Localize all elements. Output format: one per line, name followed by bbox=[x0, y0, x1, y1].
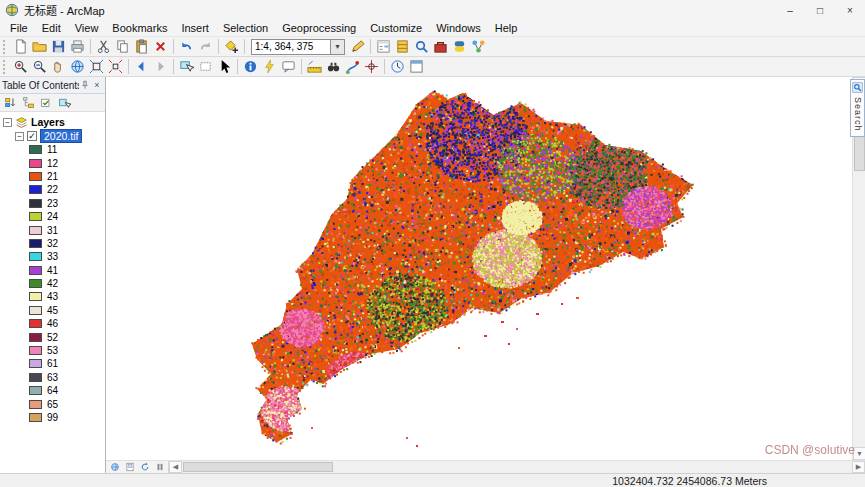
html-popup-button[interactable] bbox=[279, 58, 298, 76]
legend-swatch[interactable] bbox=[29, 172, 42, 181]
collapse-icon[interactable]: − bbox=[15, 132, 24, 141]
menu-insert[interactable]: Insert bbox=[174, 21, 216, 35]
zoom-in-button[interactable] bbox=[11, 58, 30, 76]
toolbar-grip[interactable] bbox=[3, 40, 8, 54]
list-by-source-button[interactable] bbox=[20, 95, 37, 111]
scroll-right-icon[interactable]: ▶ bbox=[852, 461, 865, 473]
arctoolbox-button[interactable] bbox=[431, 38, 450, 56]
legend-swatch[interactable] bbox=[29, 319, 42, 328]
delete-button[interactable] bbox=[151, 38, 170, 56]
new-button[interactable] bbox=[11, 38, 30, 56]
legend-swatch[interactable] bbox=[29, 346, 42, 355]
scale-combobox[interactable]: 1:4, 364, 375 ▾ bbox=[251, 39, 345, 55]
list-by-drawing-order-button[interactable] bbox=[2, 95, 19, 111]
menu-selection[interactable]: Selection bbox=[216, 21, 275, 35]
legend-swatch[interactable] bbox=[29, 212, 42, 221]
forward-extent-button[interactable] bbox=[151, 58, 170, 76]
find-button[interactable] bbox=[324, 58, 343, 76]
hyperlink-button[interactable] bbox=[260, 58, 279, 76]
menu-view[interactable]: View bbox=[68, 21, 106, 35]
chevron-down-icon[interactable]: ▾ bbox=[331, 39, 345, 55]
menu-bookmarks[interactable]: Bookmarks bbox=[105, 21, 174, 35]
layer-name[interactable]: 2020.tif bbox=[40, 129, 82, 143]
close-icon[interactable]: × bbox=[91, 79, 103, 92]
toolbar-grip[interactable] bbox=[3, 60, 8, 74]
legend-swatch[interactable] bbox=[29, 373, 42, 382]
legend-swatch[interactable] bbox=[29, 306, 42, 315]
horizontal-scrollbar[interactable]: ◀ ▶ bbox=[169, 461, 865, 473]
layout-view-button[interactable] bbox=[122, 461, 137, 473]
python-window-button[interactable] bbox=[450, 38, 469, 56]
layer-row[interactable]: − ✓ 2020.tif bbox=[3, 129, 105, 143]
minimize-button[interactable]: – bbox=[775, 0, 805, 20]
list-by-selection-button[interactable] bbox=[56, 95, 73, 111]
menu-file[interactable]: File bbox=[3, 21, 35, 35]
zoom-out-button[interactable] bbox=[30, 58, 49, 76]
legend-swatch[interactable] bbox=[29, 386, 42, 395]
print-button[interactable] bbox=[68, 38, 87, 56]
redo-button[interactable] bbox=[196, 38, 215, 56]
clear-selection-button[interactable] bbox=[196, 58, 215, 76]
legend-swatch[interactable] bbox=[29, 199, 42, 208]
legend-swatch[interactable] bbox=[29, 185, 42, 194]
collapse-icon[interactable]: − bbox=[3, 118, 12, 127]
menu-windows[interactable]: Windows bbox=[429, 21, 488, 35]
select-elements-button[interactable] bbox=[215, 58, 234, 76]
search-window-button[interactable] bbox=[412, 38, 431, 56]
search-dock-tab[interactable]: Search bbox=[850, 79, 865, 137]
add-data-button[interactable] bbox=[222, 38, 241, 56]
data-view-button[interactable] bbox=[107, 461, 122, 473]
save-button[interactable] bbox=[49, 38, 68, 56]
legend-swatch[interactable] bbox=[29, 266, 42, 275]
viewer-window-button[interactable] bbox=[407, 58, 426, 76]
fixed-zoom-out-button[interactable] bbox=[106, 58, 125, 76]
layers-group-row[interactable]: − Layers bbox=[3, 115, 105, 129]
legend-swatch[interactable] bbox=[29, 400, 42, 409]
pin-icon[interactable] bbox=[79, 79, 91, 92]
maximize-button[interactable]: □ bbox=[805, 0, 835, 20]
go-to-xy-button[interactable] bbox=[362, 58, 381, 76]
menu-help[interactable]: Help bbox=[488, 21, 525, 35]
copy-button[interactable] bbox=[113, 38, 132, 56]
editor-toolbar-button[interactable] bbox=[348, 38, 367, 56]
legend-swatch[interactable] bbox=[29, 292, 42, 301]
legend-swatch[interactable] bbox=[29, 226, 42, 235]
legend-swatch[interactable] bbox=[29, 145, 42, 154]
identify-button[interactable] bbox=[241, 58, 260, 76]
menu-customize[interactable]: Customize bbox=[363, 21, 429, 35]
legend-swatch[interactable] bbox=[29, 252, 42, 261]
refresh-view-button[interactable] bbox=[137, 461, 152, 473]
scroll-left-icon[interactable]: ◀ bbox=[169, 461, 182, 473]
legend-item: 21 bbox=[3, 170, 105, 183]
time-slider-button[interactable] bbox=[388, 58, 407, 76]
back-extent-button[interactable] bbox=[132, 58, 151, 76]
horizontal-scroll-thumb[interactable] bbox=[183, 462, 333, 472]
find-route-button[interactable] bbox=[343, 58, 362, 76]
list-by-visibility-button[interactable] bbox=[38, 95, 55, 111]
legend-swatch[interactable] bbox=[29, 359, 42, 368]
catalog-window-button[interactable] bbox=[393, 38, 412, 56]
layer-visibility-checkbox[interactable]: ✓ bbox=[27, 131, 37, 141]
full-extent-button[interactable] bbox=[68, 58, 87, 76]
pause-drawing-button[interactable] bbox=[152, 461, 167, 473]
fixed-zoom-in-button[interactable] bbox=[87, 58, 106, 76]
legend-swatch[interactable] bbox=[29, 279, 42, 288]
paste-button[interactable] bbox=[132, 38, 151, 56]
legend-swatch[interactable] bbox=[29, 239, 42, 248]
measure-button[interactable] bbox=[305, 58, 324, 76]
cut-button[interactable] bbox=[94, 38, 113, 56]
undo-button[interactable] bbox=[177, 38, 196, 56]
select-features-button[interactable] bbox=[177, 58, 196, 76]
menu-geoprocessing[interactable]: Geoprocessing bbox=[275, 21, 363, 35]
scale-value[interactable]: 1:4, 364, 375 bbox=[251, 39, 331, 55]
legend-swatch[interactable] bbox=[29, 333, 42, 342]
open-button[interactable] bbox=[30, 38, 49, 56]
menu-edit[interactable]: Edit bbox=[35, 21, 68, 35]
map-canvas[interactable] bbox=[106, 77, 852, 460]
table-of-contents-window-button[interactable] bbox=[374, 38, 393, 56]
modelbuilder-button[interactable] bbox=[469, 38, 488, 56]
pan-button[interactable] bbox=[49, 58, 68, 76]
legend-swatch[interactable] bbox=[29, 159, 42, 168]
legend-swatch[interactable] bbox=[29, 413, 42, 422]
close-button[interactable]: × bbox=[835, 0, 865, 20]
